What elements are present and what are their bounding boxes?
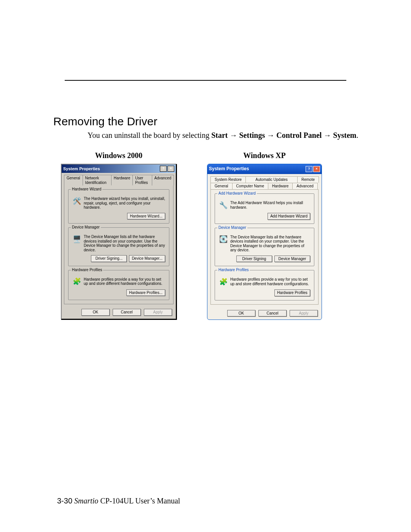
w2k-title-text: System Properties <box>63 166 159 171</box>
w2k-dm-legend: Device Manager <box>71 225 101 230</box>
device-manager-button[interactable]: Device Manager... <box>129 255 165 262</box>
xp-dm-desc: The Device Manager lists all the hardwar… <box>230 235 310 252</box>
tab-general[interactable]: General <box>210 183 233 190</box>
intro-prefix: You can uninstall the board by selecting <box>88 131 211 139</box>
w2k-hw-legend: Hardware Wizard <box>71 187 102 192</box>
w2k-system-properties-dialog: System Properties ? × General Network Id… <box>61 164 177 320</box>
tab-network-id[interactable]: Network Identification <box>83 175 112 185</box>
hardware-profiles-button[interactable]: Hardware Profiles <box>274 289 310 296</box>
close-icon[interactable]: × <box>313 166 320 172</box>
w2k-device-manager-group: Device Manager 🖥️ The Device Manager lis… <box>68 227 169 266</box>
profile-icon: 🧩 <box>219 277 228 286</box>
computer-icon: 🖥️ <box>72 235 81 244</box>
chip-icon: 🔧 <box>219 201 228 210</box>
w2k-hardware-wizard-group: Hardware Wizard 🛠️ The Hardware wizard h… <box>68 189 169 224</box>
xp-os-title: Windows XP <box>243 151 285 160</box>
path-settings: Settings <box>239 131 265 139</box>
page-number: 3-30 <box>57 497 72 505</box>
cancel-button[interactable]: Cancel <box>258 310 287 317</box>
tab-hardware[interactable]: Hardware <box>268 183 293 190</box>
brand-name: Smartio <box>74 497 98 505</box>
tab-computer-name[interactable]: Computer Name <box>232 183 268 190</box>
card-icon: 💽 <box>219 235 228 244</box>
w2k-hp-desc: Hardware profiles provide a way for you … <box>84 277 165 286</box>
manual-name: CP-104UL User’s Manual <box>98 497 180 505</box>
w2k-hp-legend: Hardware Profiles <box>71 268 103 272</box>
tab-hardware[interactable]: Hardware <box>111 175 133 185</box>
xp-device-manager-group: Device Manager 💽 The Device Manager list… <box>215 228 314 267</box>
xp-hp-desc: Hardware profiles provide a way for you … <box>230 277 310 286</box>
xp-titlebar[interactable]: System Properties ? × <box>207 164 322 174</box>
page-footer: 3-30 Smartio CP-104UL User’s Manual <box>57 497 180 505</box>
tab-automatic-updates[interactable]: Automatic Updates <box>245 176 298 183</box>
xp-tabs: System Restore Automatic Updates Remote … <box>207 174 322 189</box>
hardware-profiles-button[interactable]: Hardware Profiles... <box>126 289 165 296</box>
help-icon[interactable]: ? <box>306 166 312 172</box>
tab-advanced[interactable]: Advanced <box>152 175 174 185</box>
driver-signing-button[interactable]: Driver Signing... <box>91 255 127 262</box>
hardware-wizard-button[interactable]: Hardware Wizard... <box>127 213 165 220</box>
xp-dm-legend: Device Manager <box>217 225 247 230</box>
tab-advanced[interactable]: Advanced <box>292 183 317 190</box>
device-manager-button[interactable]: Device Manager <box>274 256 310 262</box>
xp-add-hardware-group: Add Hardware Wizard 🔧 The Add Hardware W… <box>215 193 314 224</box>
xp-hardware-profiles-group: Hardware Profiles 🧩 Hardware profiles pr… <box>215 270 314 300</box>
tab-remote[interactable]: Remote <box>297 176 319 183</box>
apply-button[interactable]: Apply <box>144 309 172 316</box>
close-icon[interactable]: × <box>167 166 174 172</box>
w2k-dm-desc: The Device Manager lists all the hardwar… <box>84 235 165 252</box>
w2k-titlebar[interactable]: System Properties ? × <box>62 165 176 173</box>
profile-icon: 🧩 <box>72 277 81 286</box>
cancel-button[interactable]: Cancel <box>113 309 141 316</box>
tab-system-restore[interactable]: System Restore <box>210 176 246 183</box>
ok-button[interactable]: OK <box>227 310 255 317</box>
tab-user-profiles[interactable]: User Profiles <box>132 175 152 185</box>
apply-button[interactable]: Apply <box>290 310 318 317</box>
path-control-panel: Control Panel <box>276 131 322 139</box>
w2k-os-title: Windows 2000 <box>95 151 143 160</box>
wrench-icon: 🛠️ <box>72 197 81 206</box>
xp-hw-legend: Add Hardware Wizard <box>217 191 257 196</box>
w2k-hardware-profiles-group: Hardware Profiles 🧩 Hardware profiles pr… <box>68 270 169 300</box>
add-hardware-wizard-button[interactable]: Add Hardware Wizard <box>268 213 310 220</box>
ok-button[interactable]: OK <box>81 309 110 316</box>
path-start: Start <box>211 131 228 139</box>
section-heading: Removing the Driver <box>53 115 381 128</box>
path-system: System <box>333 131 356 139</box>
xp-system-properties-dialog: System Properties ? × System Restore Aut… <box>207 164 322 320</box>
driver-signing-button[interactable]: Driver Signing <box>236 256 272 262</box>
w2k-tabs: General Network Identification Hardware … <box>62 173 176 185</box>
tab-general[interactable]: General <box>64 175 83 185</box>
intro-paragraph: You can uninstall the board by selecting… <box>88 131 381 140</box>
xp-hw-desc: The Add Hardware Wizard helps you instal… <box>230 201 310 210</box>
help-icon[interactable]: ? <box>160 166 167 172</box>
w2k-hw-desc: The Hardware wizard helps you install, u… <box>84 197 165 210</box>
xp-hp-legend: Hardware Profiles <box>217 268 250 272</box>
xp-title-text: System Properties <box>209 166 305 172</box>
horizontal-rule <box>65 80 346 81</box>
